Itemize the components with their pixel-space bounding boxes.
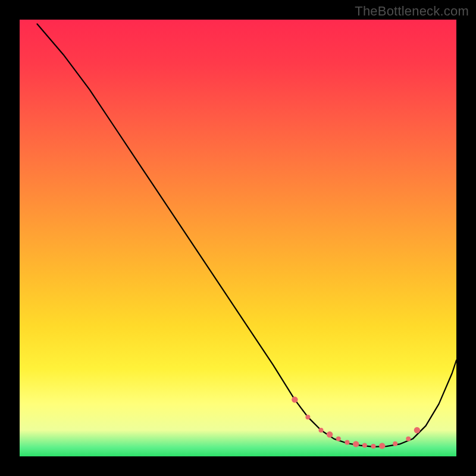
marker-dot <box>362 443 367 448</box>
chart-svg <box>20 20 456 456</box>
optimum-region-markers <box>292 396 420 449</box>
marker-dot <box>305 415 310 419</box>
marker-dot <box>393 441 397 446</box>
marker-dot <box>353 441 359 447</box>
marker-dot <box>345 440 350 445</box>
marker-dot <box>336 437 341 441</box>
marker-dot <box>414 427 420 433</box>
marker-dot <box>327 431 333 437</box>
bottleneck-curve <box>37 24 456 447</box>
marker-dot <box>319 428 324 433</box>
chart-frame: TheBottleneck.com <box>0 0 476 476</box>
watermark-text: TheBottleneck.com <box>355 4 469 19</box>
marker-dot <box>292 396 298 402</box>
marker-dot <box>406 437 411 441</box>
marker-dot <box>371 444 376 449</box>
marker-dot <box>379 443 385 449</box>
plot-area <box>20 20 456 456</box>
